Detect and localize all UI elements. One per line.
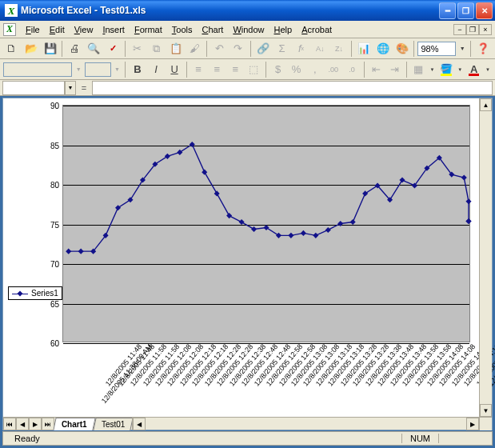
tab-nav-last-button[interactable]: ⏭ [42,418,54,430]
print-preview-button[interactable]: 🔍 [85,40,102,58]
menu-edit[interactable]: Edit [45,23,70,36]
zoom-select[interactable]: 98% [417,42,456,56]
menu-chart[interactable]: Chart [197,23,228,36]
mdi-minimize-button[interactable]: − [453,24,466,35]
gridline [63,185,469,186]
align-left-button[interactable]: ≡ [190,61,207,78]
font-color-dropdown-icon[interactable]: ▼ [484,61,492,78]
font-size-select[interactable] [85,62,111,77]
align-center-button[interactable]: ≡ [209,61,226,78]
mdi-restore-button[interactable]: ❐ [466,24,479,35]
currency-button[interactable]: $ [269,61,286,78]
scroll-down-button[interactable]: ▼ [480,404,492,417]
redo-button[interactable]: ↷ [230,40,247,58]
equals-label: = [76,83,92,93]
horizontal-scrollbar[interactable]: ◀ ▶ [132,418,479,430]
minimize-button[interactable]: ━ [439,2,456,19]
font-size-dropdown-icon[interactable]: ▼ [113,61,122,78]
fill-color-button[interactable]: 🪣 [437,61,454,78]
scroll-left-button[interactable]: ◀ [133,418,146,430]
decrease-indent-button[interactable]: ⇤ [367,61,384,78]
formatting-toolbar: ▼ ▼ B I U ≡ ≡ ≡ ⬚ $ % , .00 .0 ⇤ ⇥ ▦ ▼ 🪣… [0,59,495,80]
chart-legend[interactable]: Series1 [8,286,62,300]
close-button[interactable]: ✕ [476,2,493,19]
sort-asc-button[interactable]: A↓ [311,40,329,58]
underline-button[interactable]: U [166,61,183,78]
borders-button[interactable]: ▦ [410,61,427,78]
function-button[interactable]: fx [293,40,310,58]
scroll-up-button[interactable]: ▲ [480,98,492,111]
font-color-button[interactable]: A [465,61,482,78]
align-right-button[interactable]: ≡ [227,61,244,78]
sort-desc-button[interactable]: Z↓ [330,40,348,58]
statusbar: Ready NUM [2,431,493,446]
menu-acrobat[interactable]: Acrobat [297,23,337,36]
chart-sheet[interactable]: 6065707580859012/8/2005 11:38:00 AM12/8/… [3,98,479,417]
titlebar: X Microsoft Excel - Test01.xls ━ ❐ ✕ [0,0,495,21]
plot-area[interactable]: 6065707580859012/8/2005 11:38:00 AM12/8/… [62,105,470,342]
print-button[interactable]: 🖨 [66,40,83,58]
zoom-dropdown-icon[interactable]: ▼ [457,40,467,58]
maximize-button[interactable]: ❐ [457,2,474,19]
y-tick-label: 90 [50,102,63,110]
gridline [63,225,469,226]
menu-format[interactable]: Format [130,23,167,36]
autosum-button[interactable]: Σ [273,40,291,58]
formula-input[interactable] [92,81,493,95]
workspace: 6065707580859012/8/2005 11:38:00 AM12/8/… [2,98,493,430]
sheet-tab-chart1[interactable]: Chart1 [53,418,95,430]
scrollbar-corner [479,418,492,430]
tab-nav-next-button[interactable]: ▶ [29,418,42,430]
excel-doc-icon[interactable]: X [3,23,16,36]
y-tick-label: 70 [50,260,63,269]
font-name-select[interactable] [3,62,72,77]
mdi-close-button[interactable]: × [479,24,492,35]
percent-button[interactable]: % [288,61,305,78]
tab-nav-first-button[interactable]: ⏮ [3,418,16,430]
sheet-tab-row: ⏮ ◀ ▶ ⏭ Chart1 Test01 ◀ ▶ [3,417,492,430]
y-tick-label: 85 [50,141,63,150]
comma-button[interactable]: , [306,61,323,78]
open-button[interactable]: 📂 [22,40,40,58]
undo-button[interactable]: ↶ [210,40,228,58]
increase-decimal-button[interactable]: .00 [325,61,341,78]
name-box-dropdown-icon[interactable]: ▼ [65,81,76,95]
vertical-scrollbar[interactable]: ▲ ▼ [479,98,492,417]
italic-button[interactable]: I [147,61,164,78]
save-button[interactable]: 💾 [42,40,59,58]
y-tick-label: 75 [50,220,63,229]
merge-center-button[interactable]: ⬚ [246,61,262,78]
menu-file[interactable]: File [21,23,45,36]
sheet-tab-test01[interactable]: Test01 [93,418,134,430]
map-button[interactable]: 🌐 [374,40,392,58]
menu-help[interactable]: Help [269,23,297,36]
menu-insert[interactable]: Insert [98,23,130,36]
fill-color-dropdown-icon[interactable]: ▼ [457,61,465,78]
spell-check-button[interactable]: ✓ [104,40,122,58]
cut-button[interactable]: ✂ [129,40,146,58]
name-box[interactable] [2,81,65,95]
menu-view[interactable]: View [70,23,98,36]
hyperlink-button[interactable]: 🔗 [254,40,272,58]
paste-button[interactable]: 📋 [167,40,185,58]
chart-wizard-button[interactable]: 📊 [355,40,373,58]
format-painter-button[interactable]: 🖌 [186,40,203,58]
menu-window[interactable]: Window [228,23,269,36]
y-tick-label: 80 [50,181,63,190]
legend-label: Series1 [31,289,58,298]
help-button[interactable]: ❓ [474,40,492,58]
window-title: Microsoft Excel - Test01.xls [21,5,439,16]
copy-button[interactable]: ⧉ [148,40,166,58]
tab-nav-prev-button[interactable]: ◀ [16,418,29,430]
font-name-dropdown-icon[interactable]: ▼ [74,61,83,78]
menu-tools[interactable]: Tools [167,23,198,36]
drawing-button[interactable]: 🎨 [393,40,411,58]
decrease-decimal-button[interactable]: .0 [343,61,360,78]
borders-dropdown-icon[interactable]: ▼ [429,61,437,78]
bold-button[interactable]: B [129,61,146,78]
new-button[interactable]: 🗋 [3,40,21,58]
increase-indent-button[interactable]: ⇥ [386,61,403,78]
scroll-right-button[interactable]: ▶ [466,418,479,430]
standard-toolbar: 🗋 📂 💾 🖨 🔍 ✓ ✂ ⧉ 📋 🖌 ↶ ↷ 🔗 Σ fx A↓ Z↓ 📊 🌐… [0,38,495,59]
y-tick-label: 60 [50,339,63,348]
